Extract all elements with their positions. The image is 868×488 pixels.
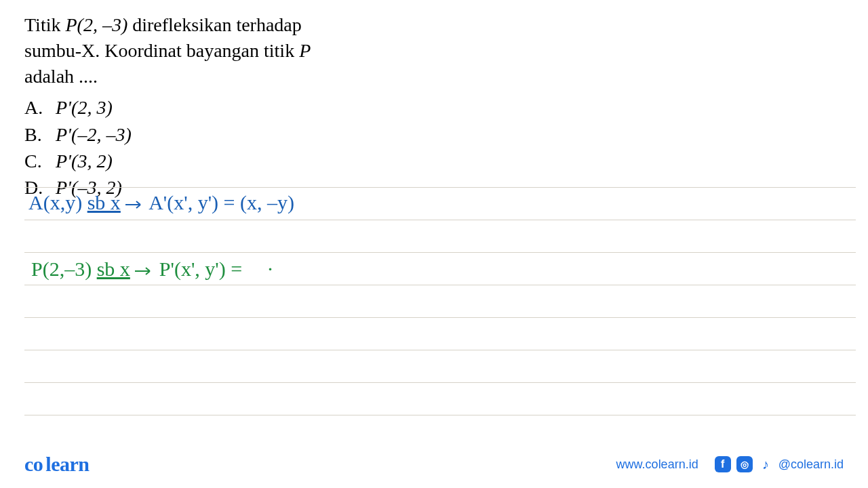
footer-url: www.colearn.id [616, 458, 698, 472]
hw-mid: sb x [97, 258, 130, 280]
hw-mid: sb x [87, 191, 121, 214]
hw-right: P'(x', y') = [159, 258, 242, 280]
q-line1-post: direfleksikan terhadap [127, 14, 302, 35]
social-handle: @colearn.id [778, 458, 844, 472]
q-line3: adalah .... [24, 66, 98, 87]
social-links: f ◎ ♪ @colearn.id [715, 456, 844, 472]
horizontal-rule [24, 382, 856, 383]
footer: co learn www.colearn.id f ◎ ♪ @colearn.i… [0, 453, 868, 476]
q-line1-pre: Titik [24, 14, 65, 35]
footer-right: www.colearn.id f ◎ ♪ @colearn.id [616, 456, 844, 472]
horizontal-rule [24, 252, 856, 253]
hw-right: A'(x', y') = (x, –y) [149, 191, 294, 214]
horizontal-rule [24, 350, 856, 350]
facebook-icon: f [715, 456, 731, 472]
arrow-icon [125, 199, 144, 210]
hw-dot: · [268, 258, 273, 280]
instagram-icon: ◎ [736, 456, 753, 472]
horizontal-rule [24, 220, 856, 220]
tiktok-icon: ♪ [758, 457, 773, 472]
q-line2: sumbu-X. Koordinat bayangan titik [24, 40, 299, 61]
horizontal-rule [24, 187, 856, 188]
logo-learn: learn [45, 453, 89, 475]
handwriting-rule-blue: A(x,y) sb x A'(x', y') = (x, –y) [28, 191, 294, 214]
question-text: Titik P(2, –3) direfleksikan terhadap su… [24, 12, 844, 89]
ruled-paper-area: A(x,y) sb x A'(x', y') = (x, –y) P(2,–3)… [0, 107, 868, 434]
hw-left: A(x,y) [28, 191, 82, 214]
hw-left: P(2,–3) [31, 258, 92, 280]
horizontal-rule [24, 415, 856, 415]
brand-logo: co learn [24, 453, 89, 476]
q-point: P(2, –3) [65, 14, 127, 35]
horizontal-rule [24, 285, 856, 285]
arrow-icon [135, 266, 154, 277]
handwriting-rule-green: P(2,–3) sb x P'(x', y') = · [31, 258, 273, 281]
horizontal-rule [24, 317, 856, 318]
q-pointvar: P [299, 40, 311, 61]
logo-co: co [24, 453, 43, 475]
